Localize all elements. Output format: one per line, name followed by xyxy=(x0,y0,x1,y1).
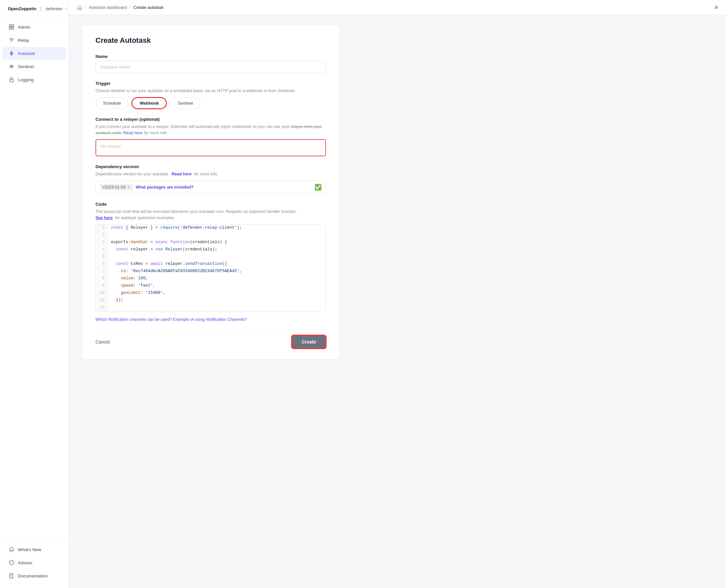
create-button[interactable]: Create xyxy=(292,335,326,349)
zap-icon xyxy=(8,50,15,56)
shield-icon xyxy=(8,560,15,566)
cancel-button[interactable]: Cancel xyxy=(96,339,110,344)
sidebar-item-documentation[interactable]: Documentation xyxy=(3,570,66,582)
sidebar-item-autotask-label: Autotask xyxy=(18,51,35,56)
code-line-4: 4 const relayer = new Relayer(credential… xyxy=(96,247,326,254)
asterisk-icon xyxy=(8,63,15,69)
code-line-8: 8 value: 100, xyxy=(96,275,326,282)
code-see-here-link[interactable]: See here xyxy=(96,215,113,220)
home-icon xyxy=(77,5,82,10)
sidebar-bottom: What's New Advisor Documentation xyxy=(0,540,69,588)
sidebar: OpenZeppelin | defender ‹ Admin xyxy=(0,0,69,588)
form-footer: Cancel Create xyxy=(96,330,326,349)
collapse-sidebar-button[interactable]: ‹ xyxy=(65,6,67,12)
logo-divider: | xyxy=(40,6,42,12)
svg-rect-10 xyxy=(10,79,13,82)
name-label: Name xyxy=(96,54,326,59)
sidebar-item-logging-label: Logging xyxy=(18,77,34,82)
topbar: / Autotask dashboard / Create autotask ≡ xyxy=(69,0,726,15)
trigger-desc: Choose whether to run your autotask on a… xyxy=(96,88,326,94)
dep-version-remove-button[interactable]: ✕ xyxy=(127,185,130,190)
svg-rect-5 xyxy=(12,27,14,29)
relayer-desc-text: If you connect your autotask to a relaye… xyxy=(96,124,322,135)
breadcrumb: / Autotask dashboard / Create autotask xyxy=(77,5,164,10)
notification-channels-link[interactable]: Which Notification channels can be used?… xyxy=(96,317,247,322)
dep-label: Dependency version xyxy=(96,164,326,169)
main-area: / Autotask dashboard / Create autotask ≡… xyxy=(69,0,726,588)
trigger-section: Trigger Choose whether to run your autot… xyxy=(96,81,326,109)
trigger-label: Trigger xyxy=(96,81,326,86)
code-line-10: 10 gasLimit: '21000', xyxy=(96,290,326,297)
name-input[interactable] xyxy=(96,61,326,73)
trigger-sentinel-button[interactable]: Sentinel xyxy=(170,98,201,109)
code-line-9: 9 speed: 'fast', xyxy=(96,282,326,290)
code-line-2: 2 xyxy=(96,232,326,239)
relayer-desc: If you connect your autotask to a relaye… xyxy=(96,124,326,136)
code-editor[interactable]: 1 const { Relayer } = require('defender-… xyxy=(96,225,326,312)
svg-rect-4 xyxy=(9,27,11,29)
dep-version-chip: v2023-01-03 ✕ xyxy=(100,184,133,190)
svg-point-6 xyxy=(11,41,12,42)
sidebar-item-documentation-label: Documentation xyxy=(18,573,48,579)
relayer-label: Connect to a relayer (optional) xyxy=(96,117,326,122)
breadcrumb-current: Create autotask xyxy=(133,5,164,10)
code-label: Code xyxy=(96,202,326,207)
breadcrumb-autotask-link[interactable]: Autotask dashboard xyxy=(89,5,127,10)
relayer-read-here-link[interactable]: Read here xyxy=(123,131,143,135)
wifi-icon xyxy=(8,37,15,43)
svg-rect-2 xyxy=(9,25,11,27)
code-line-3: 3 exports.handler = async function(crede… xyxy=(96,239,326,247)
book-icon xyxy=(8,573,15,579)
sidebar-item-autotask[interactable]: Autotask xyxy=(3,47,66,60)
sidebar-item-sentinel-label: Sentinel xyxy=(18,64,34,69)
trigger-webhook-button[interactable]: Webhook xyxy=(132,98,167,109)
relayer-input[interactable]: No relayer xyxy=(96,139,326,156)
name-section: Name xyxy=(96,54,326,73)
topbar-menu-icon[interactable]: ≡ xyxy=(714,4,718,11)
sidebar-item-relay-label: Relay xyxy=(18,38,29,43)
lock-icon xyxy=(8,77,15,83)
code-desc: The javascript code that will be execute… xyxy=(96,209,326,221)
grid-icon xyxy=(8,24,15,30)
sidebar-item-sentinel[interactable]: Sentinel xyxy=(3,60,66,73)
sidebar-nav: Admin Relay Autotask xyxy=(0,17,69,540)
trigger-buttons-group: Schedule Webhook Sentinel xyxy=(96,98,326,109)
sidebar-item-whats-new-label: What's New xyxy=(18,547,41,552)
dep-check-icon: ✅ xyxy=(315,184,322,191)
dep-what-packages[interactable]: What packages are included? xyxy=(136,185,194,190)
logo-product: defender xyxy=(46,6,63,11)
sidebar-logo: OpenZeppelin | defender ‹ xyxy=(0,0,69,17)
form-title: Create Autotask xyxy=(96,36,326,45)
relayer-section: Connect to a relayer (optional) If you c… xyxy=(96,117,326,156)
breadcrumb-sep: / xyxy=(85,5,86,10)
code-line-1: 1 const { Relayer } = require('defender-… xyxy=(96,225,326,232)
logo-name: OpenZeppelin xyxy=(8,6,37,11)
dep-version-value: v2023-01-03 xyxy=(102,185,125,190)
dependency-section: Dependency version Dependencies version … xyxy=(96,164,326,194)
code-line-5: 5 xyxy=(96,254,326,261)
code-desc-suffix: for autotask quickstart examples. xyxy=(115,215,176,220)
dep-desc-suffix: for more info. xyxy=(194,172,218,176)
content-area: Create Autotask Name Trigger Choose whet… xyxy=(69,15,726,588)
code-line-7: 7 to: '0xc7464dbcA260A8faF033460622B2346… xyxy=(96,268,326,275)
code-line-6: 6 const txRes = await relayer.sendTransa… xyxy=(96,261,326,268)
dep-version-row: v2023-01-03 ✕ What packages are included… xyxy=(96,181,326,194)
dep-what-packages-link[interactable]: What packages are included? xyxy=(136,185,194,190)
code-line-11: 11 }); xyxy=(96,297,326,304)
svg-rect-3 xyxy=(12,25,14,27)
notification-channels-link-area: Which Notification channels can be used?… xyxy=(96,317,326,322)
dep-desc-text: Dependencies version for your autotask. xyxy=(96,172,169,176)
sidebar-item-admin-label: Admin xyxy=(18,25,30,29)
sidebar-item-whats-new[interactable]: What's New xyxy=(3,543,66,556)
code-line-12: 12 xyxy=(96,304,326,312)
trigger-schedule-button[interactable]: Schedule xyxy=(96,98,128,109)
breadcrumb-sep2: / xyxy=(129,5,131,10)
relayer-placeholder: No relayer xyxy=(101,144,121,149)
sidebar-item-logging[interactable]: Logging xyxy=(3,74,66,86)
dep-read-here-link[interactable]: Read here xyxy=(172,172,191,176)
dep-desc: Dependencies version for your autotask. … xyxy=(96,171,326,177)
bell-icon xyxy=(8,547,15,552)
sidebar-item-relay[interactable]: Relay xyxy=(3,34,66,46)
sidebar-item-advisor[interactable]: Advisor xyxy=(3,556,66,569)
sidebar-item-admin[interactable]: Admin xyxy=(3,21,66,33)
